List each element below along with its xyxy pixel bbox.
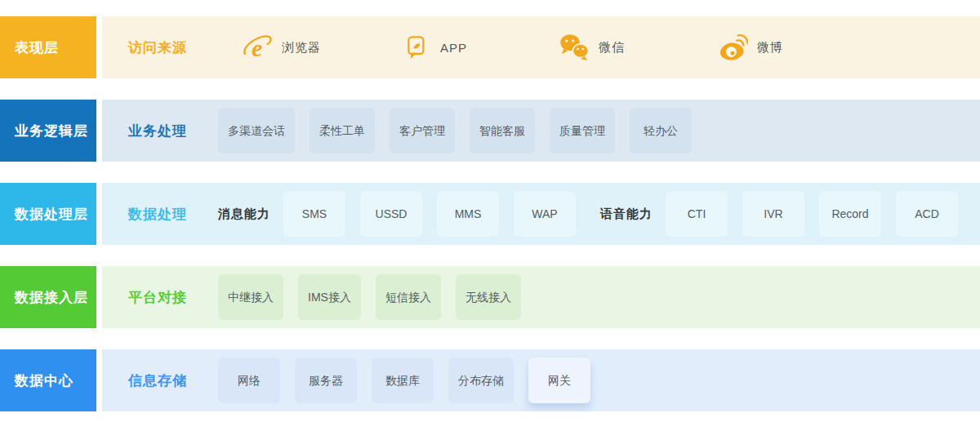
layer-business-logic-label: 业务逻辑层 [0, 100, 96, 162]
chip: 轻办公 [630, 108, 692, 153]
capability-group-title: 消息能力 [218, 207, 270, 222]
layer-data-center-body: 信息存储 网络服务器数据库分布存储网关 [102, 349, 980, 411]
access-source-label: APP [440, 41, 467, 55]
access-source-list: e浏览器APP微信微博 [218, 31, 875, 64]
storage-chip-list: 网络服务器数据库分布存储网关 [218, 358, 605, 403]
chip: USSD [360, 191, 422, 237]
layer-presentation-body: 访问来源 e浏览器APP微信微博 [102, 16, 980, 78]
access-source-item: 微信 [558, 31, 716, 64]
chip: IMS接入 [298, 274, 361, 320]
layer-data-access-body: 平台对接 中继接入IMS接入短信接入无线接入 [102, 266, 980, 328]
chip: CTI [666, 191, 728, 237]
chip-highlighted: 网关 [528, 358, 590, 403]
layer-presentation: 表现层 访问来源 e浏览器APP微信微博 [0, 16, 980, 78]
capability-group-title: 语音能力 [600, 207, 653, 222]
chip: 质量管理 [550, 108, 615, 153]
chip: ACD [896, 191, 958, 237]
chip: 智能客服 [470, 108, 535, 153]
layer-data-access: 数据接入层 平台对接 中继接入IMS接入短信接入无线接入 [0, 266, 980, 328]
chip: 客户管理 [390, 108, 455, 153]
chip: 网络 [218, 358, 280, 403]
weibo-icon [716, 31, 749, 64]
layer-data-access-label: 数据接入层 [0, 266, 96, 328]
chip: 多渠道会话 [218, 108, 295, 153]
layer-data-processing-body: 数据处理 消息能力SMSUSSDMMSWAP语音能力CTIIVRRecordAC… [102, 183, 980, 245]
wechat-icon [558, 31, 590, 64]
layer-business-logic: 业务逻辑层 业务处理 多渠道会话柔性工单客户管理智能客服质量管理轻办公 [0, 100, 980, 162]
ie-browser-icon: e [241, 31, 274, 64]
access-chip-list: 中继接入IMS接入短信接入无线接入 [218, 274, 536, 320]
capability-group-list: 消息能力SMSUSSDMMSWAP语音能力CTIIVRRecordACD [218, 191, 973, 237]
layer-data-center: 数据中心 信息存储 网络服务器数据库分布存储网关 [0, 349, 980, 411]
access-source-label: 浏览器 [282, 40, 321, 56]
layer-data-processing-label: 数据处理层 [0, 183, 96, 245]
layer-stack: 表现层 访问来源 e浏览器APP微信微博 业务逻辑层 业务处理 多渠道会话柔性工… [0, 16, 980, 411]
layer-presentation-label: 表现层 [0, 16, 96, 78]
chip: 数据库 [372, 358, 434, 403]
architecture-diagram: 表现层 访问来源 e浏览器APP微信微博 业务逻辑层 业务处理 多渠道会话柔性工… [0, 0, 980, 431]
access-source-item: APP [399, 31, 558, 64]
layer-data-center-label: 数据中心 [0, 349, 96, 411]
category-information-storage: 信息存储 [128, 371, 210, 390]
access-source-item: e浏览器 [241, 31, 399, 64]
chip: 无线接入 [456, 274, 521, 320]
chip: SMS [283, 191, 345, 237]
chip: MMS [437, 191, 499, 237]
app-icon [399, 31, 432, 64]
chip: IVR [742, 191, 804, 237]
category-access-sources: 访问来源 [128, 38, 210, 57]
chip: Record [819, 191, 881, 237]
chip: 服务器 [295, 358, 357, 403]
access-source-label: 微博 [757, 40, 783, 56]
category-business-processing: 业务处理 [128, 122, 210, 140]
business-chip-list: 多渠道会话柔性工单客户管理智能客服质量管理轻办公 [218, 108, 706, 153]
chip: 柔性工单 [310, 108, 375, 153]
chip: 分布存储 [448, 358, 514, 403]
chip: 中继接入 [218, 274, 283, 320]
chip: 短信接入 [376, 274, 441, 320]
category-data-processing: 数据处理 [128, 205, 210, 224]
category-platform-connection: 平台对接 [128, 288, 210, 307]
layer-data-processing: 数据处理层 数据处理 消息能力SMSUSSDMMSWAP语音能力CTIIVRRe… [0, 183, 980, 245]
access-source-item: 微博 [716, 31, 875, 64]
layer-business-logic-body: 业务处理 多渠道会话柔性工单客户管理智能客服质量管理轻办公 [102, 100, 980, 162]
chip: WAP [514, 191, 576, 237]
access-source-label: 微信 [599, 40, 625, 56]
